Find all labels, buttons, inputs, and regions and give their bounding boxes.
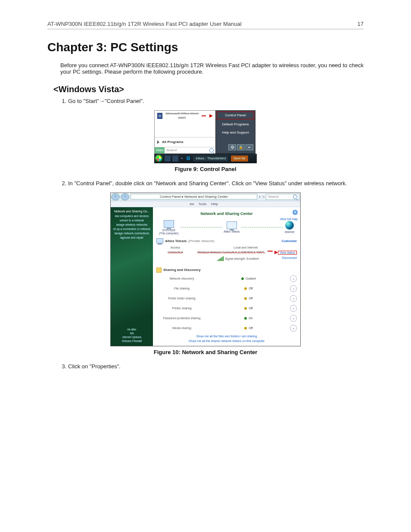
expand-button[interactable]: ⌄ — [290, 275, 297, 282]
start-orb-icon[interactable] — [155, 155, 163, 162]
help-icon[interactable]: ? — [293, 210, 298, 215]
node-this-computer: STRYKER (This computer) — [159, 220, 179, 235]
task-pane-header: Network and Sharing Ce... — [112, 210, 151, 213]
pf-state: Off — [249, 297, 252, 300]
ps-label: Printer sharing — [156, 307, 207, 310]
taskbar-btn-sent[interactable]: Sent Ite — [231, 156, 248, 162]
row-printer-sharing: Printer sharing Off ⌄ — [156, 303, 297, 313]
task-diagnose-repair[interactable]: iagnose and repair — [112, 236, 151, 239]
red-annotation-line — [268, 251, 273, 252]
header-title: AT-WNP300N IEEE802.11b/g/n 1T2R Wireless… — [47, 21, 242, 27]
network-sharing-window: ‹ › Control Panel ▸ Network and Sharing … — [110, 193, 301, 346]
access-label: Access — [156, 246, 194, 249]
red-annotation-line — [202, 115, 206, 116]
more-options-button[interactable]: ▸ — [246, 144, 253, 150]
page-header: AT-WNP300N IEEE802.11b/g/n 1T2R Wireless… — [47, 21, 364, 29]
taskbar-icon-2[interactable] — [172, 156, 178, 162]
menu-help[interactable]: Help — [211, 202, 218, 206]
task-view-computers[interactable]: iew computers and devices — [112, 215, 151, 218]
pinned-item-word[interactable]: W Microsoft Office Word 2007 — [155, 111, 215, 121]
expand-button[interactable]: ⌄ — [290, 295, 297, 302]
pps-state: On — [249, 317, 252, 320]
intro-paragraph: Before you connect AT-WNP300N IEEE802.11… — [60, 62, 364, 75]
row-network-discovery: Network discovery Custom ⌄ — [156, 274, 297, 283]
status-dot-icon — [241, 277, 244, 280]
breadcrumb[interactable]: Control Panel ▸ Network and Sharing Cent… — [131, 194, 257, 199]
menu-tools[interactable]: Tools — [198, 202, 206, 206]
customize-link[interactable]: Customize — [282, 240, 297, 243]
right-panel-spacer — [216, 137, 255, 143]
row-public-folder: Public folder sharing Off ⌄ — [156, 293, 297, 303]
node3-label: Internet — [285, 230, 294, 233]
ms-state: Off — [249, 327, 252, 330]
help-support-item[interactable]: Help and Support — [216, 128, 255, 137]
task-setup-connection[interactable]: et up a connection or network — [112, 227, 151, 230]
node-internet: Internet — [285, 221, 294, 233]
start-menu-right-panel: Control Panel Default Programs Help and … — [215, 110, 255, 154]
see-also-label: ee also — [112, 328, 151, 331]
view-status-link[interactable]: View status — [278, 251, 297, 255]
all-programs-item[interactable]: All Programs — [155, 137, 215, 147]
expand-button[interactable]: ⌄ — [290, 305, 297, 312]
start-power-controls: ⏻ 🔒 ▸ — [216, 143, 255, 152]
all-programs-label: All Programs — [162, 140, 184, 144]
see-also-na[interactable]: NA — [112, 332, 151, 335]
start-menu-screenshot: W Microsoft Office Word 2007 All Program… — [154, 110, 257, 163]
task-manage-wireless[interactable]: lanage wireless networks — [112, 223, 151, 226]
red-arrow-icon — [209, 114, 213, 118]
expand-button[interactable]: ⌄ — [290, 315, 297, 322]
expand-button[interactable]: ⌄ — [290, 285, 297, 292]
lock-button[interactable]: 🔒 — [237, 144, 245, 150]
see-also-internet-options[interactable]: nternet Options — [112, 336, 151, 339]
quick-launch-network-icon[interactable]: 🌐 — [186, 156, 190, 161]
refresh-icon[interactable]: ↻ — [262, 195, 266, 199]
control-panel-item[interactable]: Control Panel — [217, 112, 254, 119]
word-icon: W — [157, 113, 162, 119]
search-icon — [209, 148, 214, 152]
window-search-input[interactable]: Search — [266, 194, 299, 200]
disconnect-link[interactable]: Disconnect — [282, 256, 297, 261]
nav-back-button[interactable]: ‹ — [111, 193, 120, 200]
signal-value: Signal strength: Excellent — [194, 256, 282, 261]
link-show-files[interactable]: Show me all the files and folders I am s… — [156, 335, 297, 338]
see-also-windows-firewall[interactable]: /indows Firewall — [112, 339, 151, 342]
start-search-row: Start Search — [155, 147, 215, 153]
nav-forward-button[interactable]: › — [121, 193, 129, 200]
row-signal: Signal strength: Excellent Disconnect — [156, 255, 297, 262]
taskbar: » 🌐 Inbox - Thunderbird Sent Ite — [154, 154, 257, 163]
steps-list: Go to "Start"→"Control Panel". — [68, 98, 364, 104]
red-arrow-icon — [274, 251, 278, 254]
step-2: In "Control Panel", double click on "Net… — [68, 180, 364, 187]
row-media-sharing: Media sharing Off ⌄ — [156, 323, 297, 333]
status-dot-icon — [244, 297, 247, 300]
start-search-input[interactable]: Search — [165, 147, 215, 153]
globe-icon — [285, 221, 294, 230]
header-page-number: 17 — [358, 21, 364, 27]
window-body: Network and Sharing Ce... iew computers … — [111, 207, 300, 346]
power-button[interactable]: ⏻ — [228, 144, 236, 150]
view-full-map-link[interactable]: View full map — [280, 218, 298, 221]
connection-label: Connection — [156, 251, 194, 255]
steps-list-3: Click on "Properties". — [68, 363, 364, 370]
figure-9-caption: Figure 9: Control Panel — [47, 166, 364, 172]
breadcrumb-dropdown-icon[interactable]: ▾ — [258, 195, 262, 199]
network-icon — [227, 221, 237, 229]
task-manage-connections[interactable]: lanage network connections — [112, 232, 151, 235]
task-pane: Network and Sharing Ce... iew computers … — [111, 207, 153, 346]
taskbar-btn-inbox[interactable]: Inbox - Thunderbird — [193, 156, 228, 162]
network-small-icon — [156, 238, 163, 243]
start-menu-spacer — [155, 121, 215, 137]
taskbar-icon-1[interactable] — [165, 156, 171, 162]
expand-button[interactable]: ⌄ — [290, 325, 297, 332]
section-heading-windows-vista: <Windows Vista> — [53, 84, 364, 94]
document-page: AT-WNP300N IEEE802.11b/g/n 1T2R Wireless… — [0, 0, 411, 532]
link-show-folders[interactable]: Show me all the shared network folders o… — [156, 339, 297, 342]
arrow-right-icon — [157, 140, 159, 144]
task-connect-network[interactable]: onnect to a network — [112, 219, 151, 222]
taskbar-chevron[interactable]: » — [179, 156, 184, 161]
default-programs-item[interactable]: Default Programs — [216, 120, 255, 129]
nd-label: Network discovery — [156, 277, 207, 280]
connection-value: Wireless Network Connection (LONEWOLF-WA… — [194, 251, 268, 255]
menu-view[interactable]: ew — [190, 202, 194, 206]
link-line-2 — [241, 227, 283, 227]
